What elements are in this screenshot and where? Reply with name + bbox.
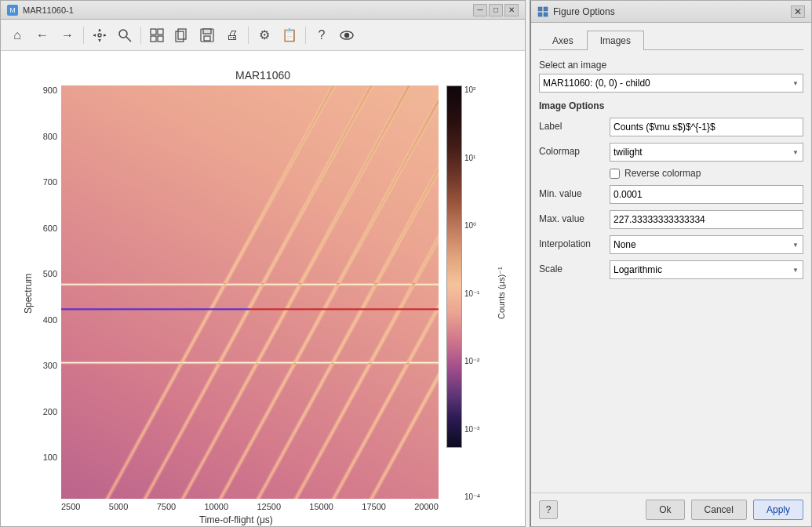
- y-tick: 200: [43, 407, 57, 416]
- x-tick: 17500: [362, 502, 386, 511]
- colormap-dropdown[interactable]: twilight: [610, 143, 803, 162]
- colorbar-container: 10² 10¹ 10⁰ 10⁻¹ 10⁻² 10⁻³ 10⁻⁴ Counts (…: [446, 85, 506, 501]
- svg-rect-23: [544, 7, 548, 11]
- x-tick: 12500: [257, 502, 281, 511]
- grid-button[interactable]: [145, 24, 169, 46]
- svg-point-21: [345, 33, 349, 37]
- pan-button[interactable]: [88, 24, 111, 46]
- colorbar-tick: 10⁻⁴: [464, 492, 480, 501]
- image-options-title: Image Options: [539, 100, 803, 111]
- select-image-label: Select an image: [539, 60, 803, 71]
- colorbar-tick: 10⁻³: [464, 425, 480, 434]
- y-tick: 100: [43, 452, 57, 462]
- svg-rect-14: [158, 36, 163, 42]
- close-button[interactable]: ✕: [504, 4, 519, 16]
- app-icon: M: [7, 5, 18, 16]
- x-ticks: 2500 5000 7500 10000 12500 15000 17500 2…: [61, 499, 439, 511]
- figure-options-content: Axes Images Select an image MAR11060: (0…: [531, 23, 811, 492]
- figure-options-icon: [537, 6, 548, 17]
- figure-options-buttons: ? Ok Cancel Apply: [531, 492, 811, 526]
- select-image-dropdown[interactable]: MAR11060: (0, 0) - child0: [539, 74, 803, 93]
- x-tick: 15000: [309, 502, 333, 511]
- colormap-row: Colormap twilight: [539, 143, 803, 162]
- y-axis-label: Spectrum: [20, 85, 34, 501]
- y-ticks: 900 800 700 600 500 400 300 200 100: [34, 85, 61, 499]
- svg-rect-15: [178, 29, 186, 39]
- scale-row: Scale Linear Logarithmic Square root Pow…: [539, 260, 803, 279]
- figure-options-title-bar: Figure Options ✕: [531, 1, 811, 23]
- forward-button[interactable]: →: [56, 24, 79, 46]
- reverse-colormap-checkbox[interactable]: [610, 169, 620, 179]
- colorbar-label: Counts (μs)⁻¹: [496, 85, 506, 501]
- svg-rect-25: [544, 13, 548, 16]
- tab-images[interactable]: Images: [587, 31, 644, 50]
- maximize-button[interactable]: □: [489, 4, 503, 16]
- help-button-fig[interactable]: ?: [539, 500, 558, 519]
- plot-title: MAR11060: [20, 69, 506, 82]
- copy-button[interactable]: [170, 24, 194, 46]
- heatmap[interactable]: [61, 85, 439, 499]
- plot-area: MAR11060 Spectrum 900 800 700 600: [20, 69, 506, 508]
- tab-axes[interactable]: Axes: [539, 31, 587, 50]
- cancel-button[interactable]: Cancel: [691, 500, 747, 520]
- y-tick: 600: [43, 224, 57, 233]
- svg-line-10: [126, 37, 131, 42]
- x-tick: 5000: [109, 502, 128, 511]
- x-tick: 10000: [204, 502, 228, 511]
- colormap-field-label: Colormap: [539, 146, 610, 157]
- select-image-group: Select an image MAR11060: (0, 0) - child…: [539, 60, 803, 93]
- print-button[interactable]: 🖨: [220, 24, 244, 46]
- x-tick: 2500: [61, 502, 80, 511]
- settings-button[interactable]: ⚙: [253, 24, 276, 46]
- svg-point-0: [98, 34, 101, 37]
- y-tick: 300: [43, 361, 57, 370]
- separator-3: [248, 27, 249, 44]
- toolbar: ⌂ ← →: [1, 20, 525, 51]
- zoom-button[interactable]: [113, 24, 137, 46]
- ok-button[interactable]: Ok: [646, 500, 684, 520]
- apply-button[interactable]: Apply: [753, 500, 803, 520]
- save-button[interactable]: [195, 24, 219, 46]
- min-value-input[interactable]: [610, 185, 803, 204]
- svg-marker-5: [98, 29, 101, 31]
- home-button[interactable]: ⌂: [5, 24, 29, 46]
- y-tick: 900: [43, 85, 57, 95]
- window-title: MAR11060-1: [23, 5, 74, 15]
- max-value-label: Max. value: [539, 213, 610, 224]
- reverse-colormap-row: Reverse colormap: [610, 168, 803, 179]
- script-button[interactable]: 📋: [278, 24, 301, 46]
- colorbar-tick: 10⁻¹: [464, 289, 480, 298]
- svg-rect-22: [538, 7, 542, 11]
- max-value-input[interactable]: [610, 210, 803, 229]
- scale-dropdown[interactable]: Linear Logarithmic Square root Power: [610, 260, 803, 279]
- separator-2: [140, 27, 141, 44]
- colorbar: [446, 85, 461, 501]
- reverse-colormap-label: Reverse colormap: [624, 168, 701, 179]
- svg-marker-6: [98, 39, 101, 42]
- interpolation-field-label: Interpolation: [539, 238, 610, 249]
- min-value-label: Min. value: [539, 188, 610, 199]
- y-tick: 700: [43, 177, 57, 187]
- figure-options-close-button[interactable]: ✕: [791, 5, 805, 18]
- figure-options-panel: Figure Options ✕ Axes Images Select an i…: [530, 0, 812, 527]
- label-row: Label: [539, 118, 803, 136]
- view-button[interactable]: [335, 24, 359, 46]
- x-axis-label: Time-of-flight (μs): [34, 514, 439, 525]
- colorbar-tick: 10²: [464, 85, 480, 94]
- x-tick: 20000: [414, 502, 439, 511]
- separator-4: [305, 27, 306, 44]
- x-tick: 7500: [157, 502, 176, 511]
- figure-options-title: Figure Options: [553, 6, 615, 17]
- interpolation-dropdown[interactable]: None Nearest Bilinear Bicubic Lanczos: [610, 235, 803, 254]
- svg-rect-18: [203, 29, 211, 34]
- minimize-button[interactable]: ─: [473, 4, 487, 16]
- interpolation-row: Interpolation None Nearest Bilinear Bicu…: [539, 235, 803, 254]
- y-tick: 400: [43, 315, 57, 325]
- back-button[interactable]: ←: [31, 24, 54, 46]
- svg-rect-11: [151, 29, 156, 35]
- min-value-row: Min. value: [539, 185, 803, 204]
- y-tick: 800: [43, 132, 57, 141]
- label-input[interactable]: [610, 118, 803, 136]
- colorbar-tick: 10⁻²: [464, 357, 480, 365]
- help-button[interactable]: ?: [310, 24, 333, 46]
